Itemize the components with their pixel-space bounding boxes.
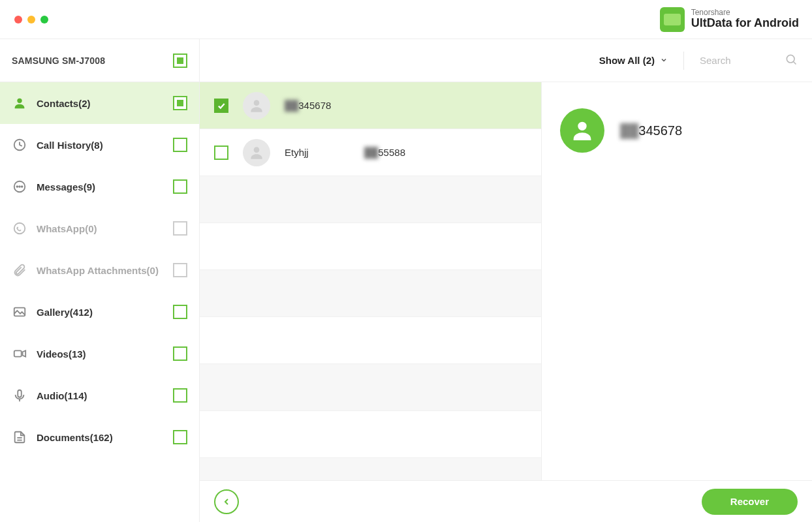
list-row-empty	[200, 411, 541, 458]
contact-row[interactable]: ██345678	[200, 82, 541, 129]
sidebar-item-checkbox[interactable]	[173, 388, 187, 403]
contact-number: ██55588	[364, 147, 436, 158]
content: Show All (2) ██345678Etyhjj██55588	[200, 39, 812, 522]
contact-list: ██345678Etyhjj██55588	[200, 82, 542, 480]
brand: Tenorshare UltData for Android	[660, 7, 799, 32]
device-checkbox[interactable]	[173, 54, 187, 68]
svg-marker-9	[23, 350, 26, 356]
row-checkbox[interactable]	[214, 99, 228, 113]
list-row-empty	[200, 458, 541, 480]
close-window-button[interactable]	[14, 16, 22, 23]
device-row: SAMSUNG SM-J7008	[0, 39, 199, 82]
sidebar-item-gallery[interactable]: Gallery(412)	[0, 291, 199, 333]
attachment-icon	[12, 262, 27, 278]
window-controls	[13, 16, 48, 23]
sidebar-item-audio[interactable]: Audio(114)	[0, 375, 199, 416]
sidebar-item-callhist[interactable]: Call History(8)	[0, 124, 199, 166]
list-row-empty	[200, 317, 541, 364]
footer: Recover	[200, 480, 812, 522]
sidebar-item-checkbox[interactable]	[173, 221, 187, 236]
recover-button[interactable]: Recover	[702, 489, 798, 515]
sidebar-item-checkbox[interactable]	[173, 179, 187, 194]
contact-detail: ██345678	[542, 82, 812, 480]
contact-name: Etyhjj	[285, 147, 350, 158]
contact-name: ██345678	[285, 100, 350, 111]
title-bar: Tenorshare UltData for Android	[0, 0, 812, 39]
show-all-label: Show All (2)	[599, 55, 655, 66]
sidebar-item-label: WhatsApp Attachments(0)	[37, 265, 159, 276]
back-button[interactable]	[214, 489, 239, 514]
minimize-window-button[interactable]	[27, 16, 35, 23]
sidebar-item-documents[interactable]: Documents(162)	[0, 416, 199, 458]
chat-icon	[12, 179, 27, 194]
brand-product: UltData for Android	[691, 17, 799, 30]
svg-point-6	[14, 223, 25, 234]
svg-point-17	[254, 147, 260, 153]
list-row-empty	[200, 176, 541, 223]
app-logo-icon	[660, 7, 685, 32]
svg-point-14	[787, 55, 794, 63]
sidebar: SAMSUNG SM-J7008 Contacts(2)Call History…	[0, 39, 200, 522]
detail-contact-name: ██345678	[620, 123, 682, 138]
sidebar-item-label: Videos(13)	[37, 348, 86, 360]
sidebar-item-label: WhatsApp(0)	[37, 223, 97, 234]
chevron-down-icon	[660, 55, 668, 66]
svg-point-0	[17, 99, 22, 103]
svg-point-18	[578, 122, 586, 130]
whatsapp-icon	[12, 221, 27, 236]
sidebar-item-whatsapp[interactable]: WhatsApp(0)	[0, 207, 199, 249]
sidebar-item-checkbox[interactable]	[173, 263, 187, 277]
sidebar-item-videos[interactable]: Videos(13)	[0, 333, 199, 375]
document-icon	[12, 429, 27, 445]
device-name: SAMSUNG SM-J7008	[12, 55, 105, 66]
contact-row[interactable]: Etyhjj██55588	[200, 129, 541, 176]
search-input[interactable]	[700, 55, 778, 66]
sidebar-item-label: Contacts(2)	[37, 98, 91, 109]
sidebar-item-contacts[interactable]: Contacts(2)	[0, 82, 199, 124]
list-row-empty	[200, 270, 541, 317]
row-checkbox[interactable]	[214, 146, 228, 160]
search-icon	[785, 53, 798, 69]
image-icon	[12, 304, 27, 320]
avatar-icon	[243, 139, 270, 166]
mic-icon	[12, 388, 27, 403]
svg-point-4	[19, 186, 20, 187]
svg-line-15	[794, 61, 796, 64]
sidebar-item-messages[interactable]: Messages(9)	[0, 166, 199, 207]
svg-point-5	[22, 186, 23, 187]
sidebar-item-label: Audio(114)	[37, 390, 87, 401]
sidebar-item-checkbox[interactable]	[173, 305, 187, 319]
sidebar-item-label: Call History(8)	[37, 140, 103, 151]
search-box[interactable]	[700, 53, 798, 69]
sidebar-item-whatsatt[interactable]: WhatsApp Attachments(0)	[0, 249, 199, 291]
avatar-icon	[243, 92, 270, 119]
svg-rect-8	[14, 350, 22, 356]
svg-rect-10	[18, 390, 22, 397]
sidebar-item-label: Messages(9)	[37, 181, 95, 192]
avatar-icon	[560, 108, 604, 153]
contacts-icon	[12, 95, 27, 111]
toolbar-divider	[683, 52, 684, 70]
sidebar-item-label: Documents(162)	[37, 432, 113, 443]
clock-icon	[12, 137, 27, 153]
zoom-window-button[interactable]	[40, 16, 48, 23]
video-icon	[12, 346, 27, 361]
sidebar-item-checkbox[interactable]	[173, 96, 187, 110]
content-toolbar: Show All (2)	[200, 39, 812, 82]
sidebar-item-label: Gallery(412)	[37, 307, 93, 318]
svg-point-3	[16, 186, 18, 187]
list-row-empty	[200, 223, 541, 270]
sidebar-item-checkbox[interactable]	[173, 346, 187, 361]
show-all-dropdown[interactable]: Show All (2)	[599, 55, 668, 66]
svg-point-16	[254, 100, 260, 106]
list-row-empty	[200, 364, 541, 411]
sidebar-item-checkbox[interactable]	[173, 430, 187, 444]
brand-text: Tenorshare UltData for Android	[691, 8, 799, 30]
sidebar-item-checkbox[interactable]	[173, 138, 187, 152]
